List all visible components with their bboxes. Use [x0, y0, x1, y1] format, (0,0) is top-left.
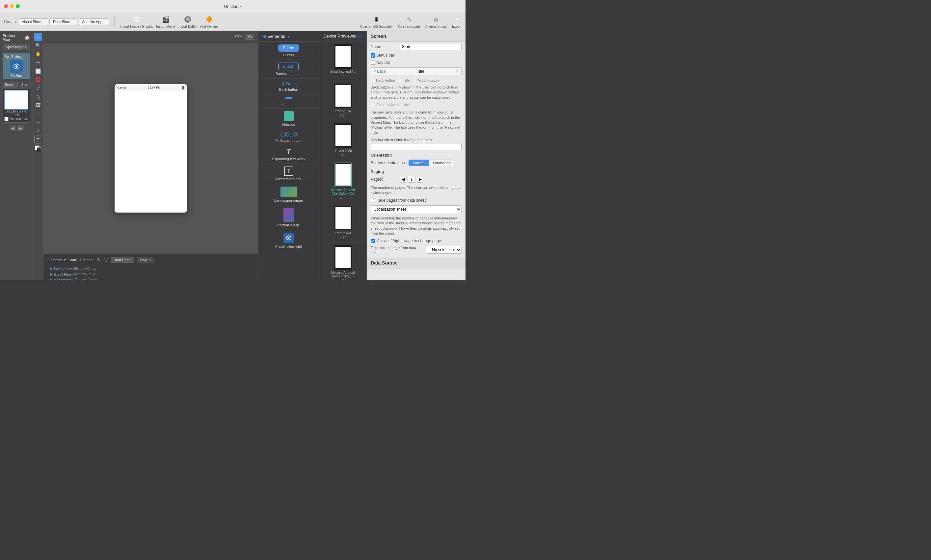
localization-sheet-select[interactable]: Localization sheet	[371, 205, 462, 213]
rectangle-tool[interactable]: ⬜	[34, 67, 42, 75]
scroll-flow-group: ▶ Scroll Flow Element Group	[50, 272, 251, 277]
import-movie-button[interactable]: 🎬 Import Movie	[156, 15, 175, 28]
canvas-main[interactable]: Carrier 12:57 PM ▓	[43, 43, 258, 254]
export-screens-item[interactable]: xport screens	[3, 44, 30, 50]
tool-palette: ↖ 🔍 ✋ ✏ ⬜ ⭕ ╱ ╲ 🖼 ↕ ↔ T T	[33, 31, 43, 280]
import-button-button[interactable]: 🔘 Import Button	[178, 15, 197, 28]
screen-thumbnail[interactable]	[4, 90, 28, 109]
allow-swipe-checkbox[interactable]	[371, 239, 375, 243]
device-small-low-end[interactable]: Small low-end An 3"	[319, 42, 367, 81]
element-expanding-text[interactable]: T Expanding text block	[259, 145, 319, 164]
status-bar-checkbox[interactable]	[371, 53, 375, 58]
maximize-button[interactable]	[16, 4, 20, 8]
hand-tool[interactable]: ✋	[34, 50, 42, 58]
data-block-button[interactable]: Data Block...	[49, 18, 77, 25]
satellite-app-button[interactable]: Satellite App...	[79, 18, 109, 25]
minimize-button[interactable]	[10, 4, 14, 8]
element-bordered-button[interactable]: Button Bordered button	[259, 60, 319, 78]
hide-button[interactable]: Hide	[355, 34, 362, 38]
sidebar-next-button[interactable]: ▶	[17, 125, 24, 131]
zoom-tool[interactable]: 🔍	[34, 42, 42, 49]
image-tool[interactable]: 🖼	[34, 102, 42, 109]
select-tool[interactable]: ↖	[34, 33, 42, 41]
element-hotspot[interactable]: Hotspot	[259, 109, 319, 129]
expanding-text-label: Expanding text block	[272, 157, 305, 161]
data-slot-select[interactable]: - No selection	[426, 246, 462, 254]
element-placeholder[interactable]: Placeholder with	[259, 230, 319, 251]
android-studio-icon: 🤖	[431, 15, 441, 24]
text-tool[interactable]: T	[34, 127, 42, 135]
take-pages-checkbox[interactable]	[371, 198, 375, 202]
title-dropdown-icon[interactable]: ▾	[240, 5, 242, 8]
color-swatch[interactable]	[35, 145, 42, 152]
expanding-text-preview: T	[287, 148, 290, 155]
canvas-area: 30% 3D Carrier 12:57 PM ▓ Elements in "S…	[43, 31, 258, 280]
xcode-button[interactable]: 🔨 Open in Xcode	[398, 15, 420, 28]
edit-tool-label: Edit tool:	[80, 258, 94, 262]
multipart-visual: 123	[281, 132, 297, 137]
start-tab[interactable]: Start	[19, 82, 31, 88]
element-fixed-text[interactable]: T Fixed text block	[259, 164, 319, 184]
background-header[interactable]: ▶ Background Element Group	[50, 277, 251, 280]
device-panel-header: Device Previews Hide	[319, 31, 367, 42]
ellipse-tool[interactable]: ⭕	[34, 76, 42, 83]
pen-tool[interactable]: ✏	[34, 58, 42, 66]
app-name-label: My App	[5, 74, 28, 77]
element-landscape-image[interactable]: Landscape image	[259, 184, 319, 205]
fixed-text-tool[interactable]: T	[34, 135, 42, 143]
device-iphone-1-4[interactable]: iPhone 1-4 3.5"	[319, 81, 367, 120]
close-button[interactable]	[4, 4, 8, 8]
has-nav-checkbox[interactable]: Has nav bar	[4, 117, 28, 121]
element-button[interactable]: Button Button	[259, 42, 319, 60]
node-tool[interactable]: ↔	[34, 118, 42, 126]
localization-sheet-row: Localization sheet	[367, 204, 466, 214]
import-image-button[interactable]: 🖼 Import Image / Graphic	[120, 15, 153, 28]
titlebar: Untitled ▾	[0, 0, 466, 12]
device-size-4: 4.7"	[340, 236, 346, 240]
custom-back-checkbox[interactable]	[371, 103, 375, 107]
foreground-header[interactable]: ▶ Foreground Element Group	[50, 266, 251, 271]
element-portrait-image[interactable]: Portrait image	[259, 205, 319, 230]
line-tool[interactable]: ╱	[34, 84, 42, 92]
add-keyline-button[interactable]: 🔶 Add Keyline	[200, 15, 217, 28]
element-back-button[interactable]: ❮ Back Back button	[259, 78, 319, 94]
export-button[interactable]: ➡ Export	[452, 15, 462, 28]
action-button-checkbox[interactable]	[412, 78, 416, 82]
device-iphone-5-se[interactable]: iPhone 5/SE 4"	[319, 120, 367, 160]
cursor-tool[interactable]: ↕	[34, 110, 42, 118]
pages-decrement[interactable]: ◀	[400, 176, 406, 183]
pages-increment[interactable]: ▶	[417, 176, 423, 183]
back-button-checkbox[interactable]	[371, 78, 375, 82]
edit-tool-select[interactable]: ↖	[97, 257, 101, 263]
ios-simulator-button[interactable]: 📱 Open in iOS Simulator	[360, 15, 393, 28]
device-medium-android[interactable]: Medium Android(like Galaxy Co 4.3"	[319, 160, 367, 203]
title-checkbox[interactable]	[398, 78, 402, 82]
edit-tool-node[interactable]: ⬡	[104, 257, 108, 263]
landscape-image-preview	[281, 186, 297, 197]
device-screen-2	[336, 125, 351, 146]
custom-back-label: Custom back button	[376, 103, 412, 107]
home-icon[interactable]: 🏠	[25, 35, 30, 40]
elements-back-button[interactable]: ◀	[262, 34, 266, 39]
scroll-flow-header[interactable]: ▶ Scroll Flow Element Group	[50, 272, 251, 277]
has-nav-input[interactable]	[4, 117, 9, 121]
sidebar-prev-button[interactable]: ◀	[9, 125, 16, 131]
name-input[interactable]	[400, 43, 462, 50]
element-multipart-button[interactable]: 123 Multi-part button	[259, 129, 319, 145]
app-settings-item[interactable]: App Settings My App	[3, 53, 30, 79]
device-medium-android-s[interactable]: Medium Android(like Galaxy S) 4.8"	[319, 243, 367, 280]
visual-block-button[interactable]: Visual Block...	[18, 18, 48, 25]
diagonal-tool[interactable]: ╲	[34, 93, 42, 101]
hotspot-visual	[284, 111, 294, 121]
portrait-button[interactable]: Portrait	[408, 160, 429, 166]
view-3d-button[interactable]: 3D	[245, 34, 254, 40]
nav-title-input[interactable]	[371, 143, 462, 150]
nav-bar-checkbox[interactable]	[371, 60, 375, 65]
android-studio-button[interactable]: 🤖 Android Studio	[425, 15, 447, 28]
landscape-button[interactable]: Landscape	[429, 160, 455, 166]
device-iphone-6-8[interactable]: iPhone 6-8 4.7"	[319, 203, 367, 243]
add-page-button[interactable]: Add Page	[111, 257, 134, 263]
element-icon-button[interactable]: Icon button	[259, 94, 319, 109]
landscape-image-label: Landscape image	[274, 198, 303, 202]
screen-tab[interactable]: Screen	[3, 82, 18, 88]
